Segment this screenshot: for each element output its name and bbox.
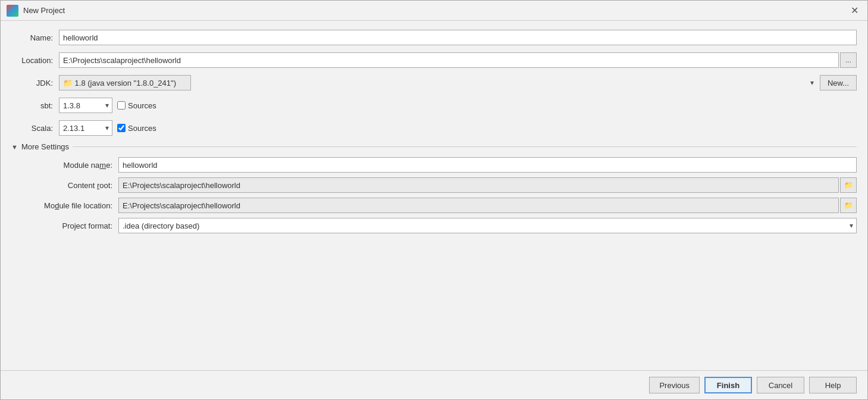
help-button[interactable]: Help [809,377,857,393]
content-root-value: E:\Projects\scalaproject\helloworld [118,177,839,193]
sbt-sources-label: Sources [128,101,156,110]
sbt-label: sbt: [11,101,59,110]
cancel-button[interactable]: Cancel [757,377,804,393]
location-browse-button[interactable]: ... [840,52,857,68]
more-settings-header[interactable]: ▼ More Settings [11,142,857,151]
folder-icon-2: 📁 [844,201,853,210]
scala-version-wrapper: 2.13.1 [59,120,112,136]
sbt-sources-checkbox[interactable] [117,101,126,110]
module-name-label: Module name: [17,161,118,170]
title-bar: New Project ✕ [1,1,867,21]
scala-sources-checkbox-label[interactable]: Sources [117,124,156,133]
dialog-footer: Previous Finish Cancel Help [1,370,867,399]
module-file-browse-button[interactable]: 📁 [840,198,857,213]
name-input[interactable] [59,30,857,45]
jdk-row: JDK: 📁 1.8 (java version "1.8.0_241") Ne… [11,74,857,91]
content-root-row: Content root: E:\Projects\scalaproject\h… [17,177,857,193]
project-format-wrapper: .idea (directory based) Eclipse (.classp… [118,218,857,233]
close-button[interactable]: ✕ [847,4,861,18]
location-input[interactable] [59,52,839,68]
scala-row: Scala: 2.13.1 Sources [11,120,857,136]
scala-version-select[interactable]: 2.13.1 [59,120,112,136]
previous-button[interactable]: Previous [649,377,700,393]
finish-button[interactable]: Finish [704,377,752,393]
new-project-dialog: New Project ✕ Name: Location: ... JDK: 📁… [0,0,868,400]
project-format-select[interactable]: .idea (directory based) Eclipse (.classp… [118,218,857,233]
more-settings-divider [73,146,857,147]
location-label: Location: [11,56,59,65]
content-root-browse-button[interactable]: 📁 [840,177,857,193]
app-icon [7,5,18,17]
sbt-sources-checkbox-label[interactable]: Sources [117,101,156,110]
module-file-label: Module file location: [17,201,118,210]
more-settings-label: More Settings [21,142,69,151]
dialog-title: New Project [23,6,842,15]
more-settings-fields: Module name: Content root: E:\Projects\s… [11,157,857,233]
project-format-label: Project format: [17,221,118,230]
folder-icon: 📁 [844,181,853,189]
more-settings-arrow-icon: ▼ [11,143,18,151]
jdk-select[interactable]: 📁 1.8 (java version "1.8.0_241") [59,75,191,90]
project-format-row: Project format: .idea (directory based) … [17,218,857,233]
name-label: Name: [11,33,59,42]
content-root-label: Content root: [17,181,118,190]
scala-label: Scala: [11,124,59,133]
jdk-new-button[interactable]: New... [820,75,857,90]
module-file-value: E:\Projects\scalaproject\helloworld [118,198,839,213]
scala-sources-label: Sources [128,124,156,133]
jdk-label: JDK: [11,79,59,88]
module-file-row: Module file location: E:\Projects\scalap… [17,198,857,213]
module-name-row: Module name: [17,157,857,173]
more-settings-section: ▼ More Settings Module name: Content roo… [11,142,857,233]
scala-sources-checkbox[interactable] [117,124,126,132]
location-row: Location: ... [11,52,857,68]
module-name-input[interactable] [118,157,857,173]
sbt-version-select[interactable]: 1.3.8 [59,98,112,113]
name-row: Name: [11,29,857,46]
sbt-version-wrapper: 1.3.8 [59,98,112,113]
dialog-content: Name: Location: ... JDK: 📁 1.8 (java ver… [1,21,867,370]
sbt-row: sbt: 1.3.8 Sources [11,97,857,114]
